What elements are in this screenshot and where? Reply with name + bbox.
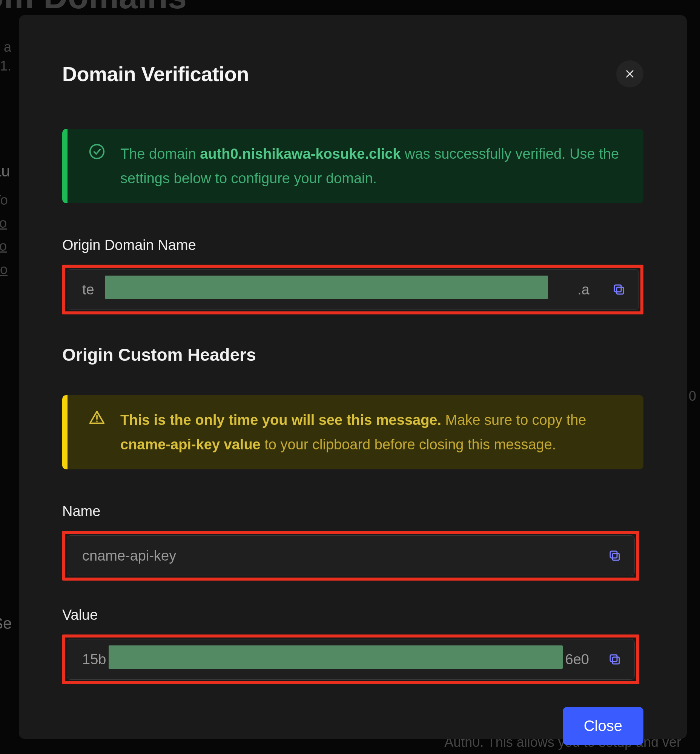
name-field[interactable]: cname-api-key xyxy=(67,535,635,576)
svg-rect-10 xyxy=(612,657,619,664)
svg-rect-9 xyxy=(610,551,617,558)
copy-name-button[interactable] xyxy=(606,547,623,564)
copy-icon xyxy=(608,549,622,562)
copy-icon xyxy=(608,653,622,666)
check-circle-icon xyxy=(89,143,105,160)
svg-rect-3 xyxy=(617,287,623,294)
redaction-block xyxy=(105,276,548,299)
value-label: Value xyxy=(62,607,644,623)
origin-domain-value-prefix: te xyxy=(82,282,94,298)
svg-rect-8 xyxy=(612,553,619,560)
origin-domain-label: Origin Domain Name xyxy=(62,237,644,253)
svg-rect-4 xyxy=(614,285,621,292)
name-label: Name xyxy=(62,503,644,520)
svg-point-7 xyxy=(96,421,98,422)
value-field[interactable]: 15b 6e0 xyxy=(67,639,635,680)
value-field-highlight: 15b 6e0 xyxy=(62,634,639,684)
svg-point-2 xyxy=(90,145,104,159)
success-banner: The domain auth0.nishikawa-kosuke.click … xyxy=(62,129,644,203)
modal-footer: Close xyxy=(62,707,644,745)
close-button[interactable] xyxy=(616,60,644,87)
warning-message: This is the only time you will see this … xyxy=(120,408,627,457)
origin-domain-field[interactable]: te .a xyxy=(67,269,639,310)
origin-domain-field-highlight: te .a xyxy=(62,265,644,314)
warning-banner: This is the only time you will see this … xyxy=(62,395,644,469)
redaction-block xyxy=(109,645,563,669)
copy-value-button[interactable] xyxy=(606,651,623,668)
close-modal-button[interactable]: Close xyxy=(563,707,644,745)
copy-origin-domain-button[interactable] xyxy=(611,281,627,298)
svg-rect-11 xyxy=(610,655,617,662)
value-suffix: 6e0 xyxy=(566,651,589,668)
value-prefix: 15b xyxy=(82,651,106,668)
name-field-highlight: cname-api-key xyxy=(62,531,639,581)
copy-icon xyxy=(612,283,626,296)
modal-header: Domain Verification xyxy=(62,60,644,87)
name-value: cname-api-key xyxy=(82,548,176,564)
origin-domain-value-suffix: .a xyxy=(577,282,589,298)
close-icon xyxy=(625,69,635,79)
origin-custom-headers-title: Origin Custom Headers xyxy=(62,345,644,365)
modal-title: Domain Verification xyxy=(62,62,249,86)
domain-verification-modal: Domain Verification The domain auth0.nis… xyxy=(19,15,687,739)
warning-icon xyxy=(89,409,105,426)
success-message: The domain auth0.nishikawa-kosuke.click … xyxy=(120,142,627,190)
